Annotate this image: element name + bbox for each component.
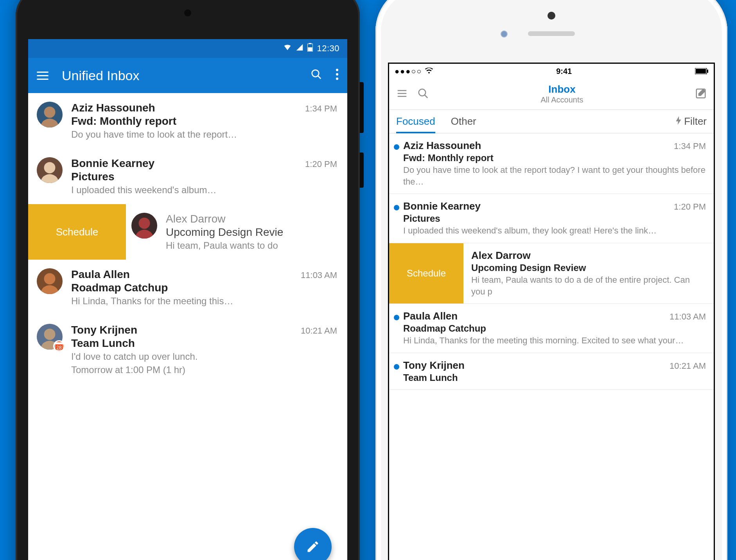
status-bar-clock: 9:41 [433,67,695,76]
svg-point-3 [312,70,319,77]
status-bar-clock: 12:30 [317,43,339,54]
ios-nav-bar: Inbox All Accounts [389,79,714,110]
email-subject: Pictures [403,213,706,224]
email-item[interactable]: Paula Allen 11:03 AM Roadmap Catchup Hi … [389,304,714,353]
nav-bar-title: Inbox [438,84,686,95]
search-icon[interactable] [417,88,429,101]
cell-signal-icon [296,43,303,54]
email-preview: I uploaded this weekend's album… [71,185,337,196]
email-preview: I uploaded this weekend's album, they lo… [403,225,706,237]
wifi-icon [283,43,292,54]
menu-icon[interactable] [396,88,408,101]
email-subject: Roadmap Catchup [71,282,337,294]
email-preview: Do you have time to look at the report… [71,129,337,140]
svg-rect-29 [55,343,63,345]
email-time: 11:03 AM [670,312,706,322]
email-sender: Alex Darrow [166,213,225,225]
menu-icon[interactable] [37,69,48,82]
email-item[interactable]: 28 Tony Krijnen 10:21 AM Team Lunch I'd … [28,315,347,384]
iphone-camera [548,12,555,20]
email-item[interactable]: Paula Allen 11:03 AM Roadmap Catchup Hi … [28,260,347,315]
avatar [37,268,63,294]
app-bar-title: Unified Inbox [62,68,297,83]
email-subject: Team Lunch [403,372,706,383]
search-icon[interactable] [311,68,322,83]
android-volume-button [360,153,364,188]
avatar [37,157,63,183]
email-meeting-meta: Tomorrow at 1:00 PM (1 hr) [71,364,337,375]
svg-point-6 [336,73,338,75]
email-preview: I'd love to catch up over lunch. [71,351,337,362]
svg-point-22 [44,273,56,284]
avatar [131,213,157,239]
tab-focused[interactable]: Focused [396,110,435,133]
email-item-swiped[interactable]: Schedule Alex Darrow Upcoming Design Rev… [389,243,714,304]
svg-point-37 [419,89,426,96]
email-time: 1:20 PM [674,202,706,212]
android-screen: 12:30 Unified Inbox Aziz Hassouneh 1:34 … [28,39,347,560]
svg-rect-1 [309,43,312,44]
email-sender: Tony Krijnen [403,359,465,372]
calendar-badge-icon: 28 [53,340,65,352]
compose-icon[interactable] [695,88,707,101]
cell-signal-icon: ●●●○○ [395,67,422,76]
email-subject: Fwd: Monthly report [71,115,337,127]
svg-point-18 [139,217,150,229]
email-subject: Upcoming Design Revie [166,226,337,239]
svg-point-14 [44,162,56,173]
email-subject: Upcoming Design Review [471,262,706,273]
email-sender: Bonnie Kearney [71,157,154,170]
overflow-menu-icon[interactable] [336,68,339,83]
ios-screen: ●●●○○ 9:41 Inbox All Accounts [388,63,715,560]
unread-dot-icon [394,205,399,210]
iphone-sensor [501,31,508,38]
android-power-button [360,82,364,133]
ios-email-list[interactable]: Aziz Hassouneh 1:34 PM Fwd: Monthly repo… [389,133,714,390]
battery-icon [307,43,313,54]
android-phone-frame: 12:30 Unified Inbox Aziz Hassouneh 1:34 … [16,0,360,560]
svg-rect-32 [696,69,706,74]
filter-button[interactable]: Filter [675,110,707,133]
tab-other[interactable]: Other [451,110,476,133]
swipe-action-schedule[interactable]: Schedule [28,204,126,260]
wifi-icon [425,67,433,76]
email-subject: Fwd: Monthly report [403,153,706,163]
email-item-swiped[interactable]: Schedule Alex Darrow Upcoming Design Rev… [28,204,347,260]
email-sender: Alex Darrow [471,249,531,262]
email-time: 10:21 AM [301,326,337,336]
email-preview: Hi team, Paula wants to do [166,240,337,251]
svg-point-7 [336,77,338,80]
email-item[interactable]: Aziz Hassouneh 1:34 PM Fwd: Monthly repo… [389,133,714,194]
email-item[interactable]: Bonnie Kearney 1:20 PM Pictures I upload… [389,194,714,243]
email-time: 1:20 PM [305,159,337,169]
email-preview: Hi Linda, Thanks for the meeting this mo… [403,335,706,346]
email-time: 11:03 AM [301,270,337,280]
android-app-bar: Unified Inbox [28,58,347,93]
unread-dot-icon [394,315,399,320]
email-time: 1:34 PM [305,104,337,114]
avatar [37,102,63,127]
avatar: 28 [37,324,63,350]
email-sender: Tony Krijnen [71,324,137,336]
email-item[interactable]: Aziz Hassouneh 1:34 PM Fwd: Monthly repo… [28,93,347,149]
email-item[interactable]: Tony Krijnen 10:21 AM Team Lunch [389,353,714,390]
ios-status-bar: ●●●○○ 9:41 [389,64,714,79]
email-preview: Hi team, Paula wants to do a de of the e… [471,274,706,297]
swipe-action-schedule[interactable]: Schedule [389,243,463,303]
email-time: 10:21 AM [670,361,706,371]
svg-point-10 [44,106,56,118]
email-sender: Aziz Hassouneh [403,140,481,152]
compose-fab[interactable] [294,528,332,560]
nav-bar-title-group: Inbox All Accounts [438,84,686,104]
lightning-icon [675,115,682,127]
svg-line-38 [425,95,428,98]
android-email-list[interactable]: Aziz Hassouneh 1:34 PM Fwd: Monthly repo… [28,93,347,384]
email-sender: Bonnie Kearney [403,200,481,212]
email-item[interactable]: Bonnie Kearney 1:20 PM Pictures I upload… [28,149,347,204]
email-preview: Do you have time to look at the report t… [403,164,706,187]
email-subject: Pictures [71,171,337,183]
iphone-speaker [528,31,575,36]
unread-dot-icon [394,144,399,150]
unread-dot-icon [394,364,399,370]
battery-icon [695,68,708,74]
